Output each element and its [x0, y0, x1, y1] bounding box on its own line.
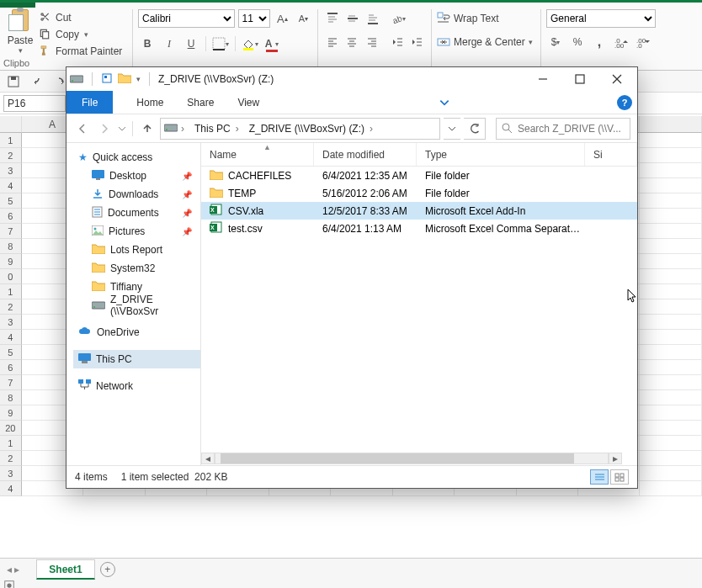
row-header[interactable]: 1 [0, 284, 22, 299]
chevron-right-icon[interactable]: › [370, 123, 378, 135]
increase-decimal-icon[interactable]: .0.00 [612, 33, 630, 51]
address-bar[interactable]: › This PC › Z_DRIVE (\\VBoxSvr) (Z:) › [160, 118, 440, 140]
underline-button[interactable]: U [182, 34, 200, 53]
scroll-thumb[interactable] [221, 453, 574, 464]
nav-forward-button[interactable] [95, 119, 114, 138]
row-header[interactable]: 4 [0, 330, 22, 345]
horizontal-scrollbar[interactable]: ◂ ▸ [201, 452, 622, 465]
sidebar-pictures[interactable]: Pictures 📌 [73, 222, 200, 241]
sheet-nav-arrows[interactable]: ◂ ▸ [7, 564, 19, 575]
row-header[interactable]: 2 [0, 451, 22, 466]
file-row[interactable]: CACHEFILES6/4/2021 12:35 AMFile folder [201, 167, 637, 184]
cell[interactable] [640, 133, 701, 148]
scroll-right-icon[interactable]: ▸ [609, 453, 622, 464]
number-format-select[interactable]: General [546, 9, 656, 28]
wrap-text-button[interactable]: Wrap Text [437, 9, 535, 28]
row-header[interactable]: 3 [0, 466, 22, 481]
details-view-button[interactable] [590, 469, 609, 485]
cell[interactable] [640, 315, 701, 330]
row-header[interactable]: 7 [0, 375, 22, 390]
row-header[interactable]: 5 [0, 193, 22, 209]
italic-button[interactable]: I [160, 34, 178, 53]
format-painter-button[interactable]: Format Painter [39, 43, 129, 60]
nav-recent-dropdown[interactable] [117, 119, 127, 138]
row-header[interactable]: 1 [0, 133, 22, 148]
cell[interactable] [640, 224, 701, 239]
column-type[interactable]: Type [417, 143, 585, 166]
row-header[interactable]: 2 [0, 299, 22, 315]
merge-center-button[interactable]: Merge & Center ▾ [437, 33, 535, 51]
percent-format-icon[interactable]: % [568, 33, 587, 51]
cell[interactable] [640, 345, 701, 360]
nav-back-button[interactable] [73, 119, 92, 138]
cell[interactable] [640, 254, 701, 269]
thumbnails-view-button[interactable] [610, 469, 629, 485]
record-macro-icon[interactable] [3, 580, 15, 588]
align-top-icon[interactable] [323, 9, 342, 28]
row-header[interactable]: 8 [0, 239, 22, 254]
cell[interactable] [640, 163, 701, 178]
scroll-track[interactable] [215, 453, 609, 464]
align-center-icon[interactable] [343, 33, 362, 51]
cell[interactable] [640, 360, 701, 375]
row-header[interactable]: 9 [0, 405, 22, 421]
tab-file[interactable]: File [66, 91, 113, 114]
tab-share[interactable]: Share [175, 91, 226, 114]
align-left-icon[interactable] [323, 33, 342, 51]
explorer-nav-pane[interactable]: ★ Quick access Desktop 📌 Downloads 📌 Doc… [66, 143, 201, 465]
add-sheet-button[interactable]: + [100, 562, 115, 577]
row-header[interactable]: 3 [0, 163, 22, 178]
decrease-font-icon[interactable]: A▾ [295, 9, 312, 28]
chevron-right-icon[interactable]: › [181, 123, 189, 135]
breadcrumb-current[interactable]: Z_DRIVE (\\VBoxSvr) (Z:) [247, 123, 366, 135]
minimize-button[interactable] [524, 67, 561, 91]
cut-button[interactable]: Cut [39, 9, 129, 26]
sheet-tab-active[interactable]: Sheet1 [36, 559, 94, 580]
cell[interactable] [640, 239, 701, 254]
cell[interactable] [640, 390, 701, 405]
sidebar-zdrive[interactable]: Z_DRIVE (\\VBoxSvr [73, 296, 200, 315]
row-header[interactable]: 9 [0, 254, 22, 269]
cell[interactable] [640, 375, 701, 390]
row-header[interactable]: 6 [0, 209, 22, 224]
name-box[interactable]: P16 [3, 95, 66, 112]
cell[interactable] [640, 299, 701, 315]
cell[interactable] [640, 209, 701, 224]
align-middle-icon[interactable] [343, 9, 362, 28]
row-header[interactable]: 0 [0, 269, 22, 284]
cell[interactable] [640, 481, 701, 496]
paste-button[interactable]: Paste ▾ [5, 9, 35, 55]
sidebar-documents[interactable]: Documents 📌 [73, 204, 200, 222]
help-icon[interactable]: ? [617, 95, 632, 110]
borders-button[interactable]: ▾ [211, 34, 230, 53]
sidebar-network[interactable]: Network [73, 377, 200, 395]
fill-color-button[interactable]: ▾ [241, 34, 259, 53]
row-header[interactable]: 4 [0, 178, 22, 193]
file-row[interactable]: XCSV.xla12/5/2017 8:33 AMMicrosoft Excel… [201, 202, 637, 220]
sidebar-downloads[interactable]: Downloads 📌 [73, 185, 200, 204]
cell[interactable] [640, 284, 701, 299]
sidebar-desktop[interactable]: Desktop 📌 [73, 167, 200, 185]
breadcrumb-this-pc[interactable]: This PC [193, 123, 232, 135]
row-header[interactable]: 1 [0, 436, 22, 451]
maximize-button[interactable] [561, 67, 598, 91]
expand-ribbon-icon[interactable] [439, 97, 450, 109]
decrease-indent-icon[interactable] [388, 33, 407, 51]
cell[interactable] [640, 421, 701, 436]
row-header[interactable]: 5 [0, 345, 22, 360]
chevron-right-icon[interactable]: › [236, 123, 244, 135]
explorer-titlebar[interactable]: ▾ Z_DRIVE (\\VBoxSvr) (Z:) [66, 67, 637, 91]
cell[interactable] [640, 330, 701, 345]
cell[interactable] [640, 148, 701, 163]
cell[interactable] [640, 269, 701, 284]
search-input[interactable]: Search Z_DRIVE (\\V... [496, 118, 630, 140]
column-name[interactable]: Name▲ [201, 143, 314, 166]
cell[interactable] [640, 466, 701, 481]
cell[interactable] [640, 436, 701, 451]
row-header[interactable]: 2 [0, 148, 22, 163]
sidebar-lots-report[interactable]: Lots Report [73, 241, 200, 259]
decrease-decimal-icon[interactable]: .00.0 [634, 33, 652, 51]
cell[interactable] [640, 451, 701, 466]
column-date[interactable]: Date modified [314, 143, 417, 166]
scroll-left-icon[interactable]: ◂ [201, 453, 215, 464]
